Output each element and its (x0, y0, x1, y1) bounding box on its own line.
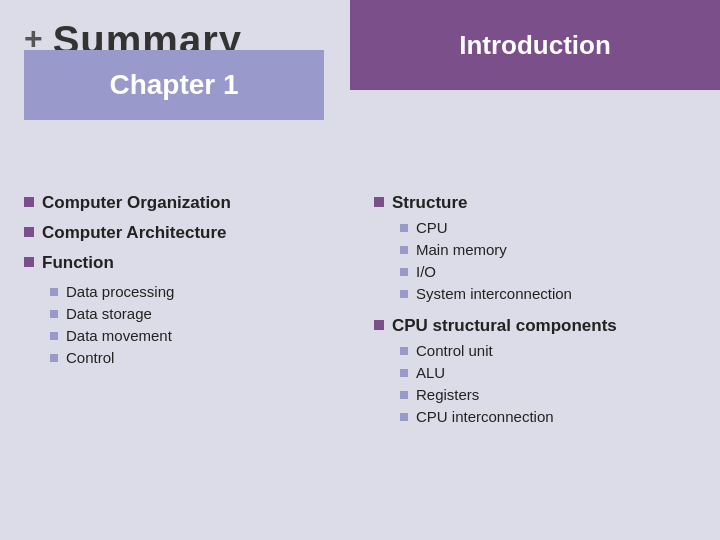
sub-item-label: CPU interconnection (416, 408, 554, 425)
list-item: CPU (400, 219, 696, 236)
left-column: Computer Organization Computer Architect… (24, 193, 364, 540)
intro-banner: Introduction (350, 0, 720, 90)
chapter-box: Chapter 1 (24, 50, 324, 120)
right-column: Structure CPU Main memory I/O (364, 193, 696, 540)
right-section: CPU structural components Control unit A… (374, 316, 696, 425)
sub-item-label: Data storage (66, 305, 152, 322)
sub-item-label: Control (66, 349, 114, 366)
list-item: Data storage (50, 305, 344, 322)
list-item: Control unit (400, 342, 696, 359)
content-area: Computer Organization Computer Architect… (0, 193, 720, 540)
sub-item-label: Main memory (416, 241, 507, 258)
sub-item-label: System interconnection (416, 285, 572, 302)
list-item: System interconnection (400, 285, 696, 302)
list-item: Computer Architecture (24, 223, 344, 243)
sub-bullet-icon (50, 288, 58, 296)
bullet-icon (374, 197, 384, 207)
list-item: CPU structural components (374, 316, 696, 336)
sub-bullet-icon (400, 268, 408, 276)
sub-bullet-icon (400, 224, 408, 232)
bullet-icon (374, 320, 384, 330)
sub-bullet-icon (50, 332, 58, 340)
sub-item-label: Data movement (66, 327, 172, 344)
section-label: Structure (392, 193, 468, 213)
sub-list: CPU Main memory I/O System interconnecti… (400, 219, 696, 302)
sub-bullet-icon (400, 347, 408, 355)
list-item: Function Data processing Data storage Da… (24, 253, 344, 366)
sub-item-label: I/O (416, 263, 436, 280)
sub-item-label: Registers (416, 386, 479, 403)
item-label: Function (42, 253, 114, 273)
chapter-label: Chapter 1 (109, 69, 238, 101)
list-item: CPU interconnection (400, 408, 696, 425)
sub-item-label: ALU (416, 364, 445, 381)
sub-bullet-icon (50, 354, 58, 362)
list-item: ALU (400, 364, 696, 381)
sub-bullet-icon (400, 391, 408, 399)
slide-container: + Summary Introduction Chapter 1 Compute… (0, 0, 720, 540)
list-item: Control (50, 349, 344, 366)
list-item: Data movement (50, 327, 344, 344)
sub-list: Control unit ALU Registers CPU interconn… (400, 342, 696, 425)
sub-item-label: CPU (416, 219, 448, 236)
item-label: Computer Organization (42, 193, 231, 213)
list-item: Structure (374, 193, 696, 213)
sub-bullet-icon (400, 369, 408, 377)
sub-bullet-icon (50, 310, 58, 318)
sub-list: Data processing Data storage Data moveme… (50, 283, 344, 366)
sub-bullet-icon (400, 246, 408, 254)
sub-item-label: Data processing (66, 283, 174, 300)
intro-label: Introduction (459, 30, 611, 61)
list-item: Data processing (50, 283, 344, 300)
function-header: Function (24, 253, 344, 273)
sub-bullet-icon (400, 413, 408, 421)
bullet-icon (24, 197, 34, 207)
section-label: CPU structural components (392, 316, 617, 336)
bullet-icon (24, 227, 34, 237)
list-item: Main memory (400, 241, 696, 258)
bullet-icon (24, 257, 34, 267)
sub-bullet-icon (400, 290, 408, 298)
list-item: Registers (400, 386, 696, 403)
sub-item-label: Control unit (416, 342, 493, 359)
list-item: Computer Organization (24, 193, 344, 213)
right-section: Structure CPU Main memory I/O (374, 193, 696, 302)
item-label: Computer Architecture (42, 223, 227, 243)
list-item: I/O (400, 263, 696, 280)
